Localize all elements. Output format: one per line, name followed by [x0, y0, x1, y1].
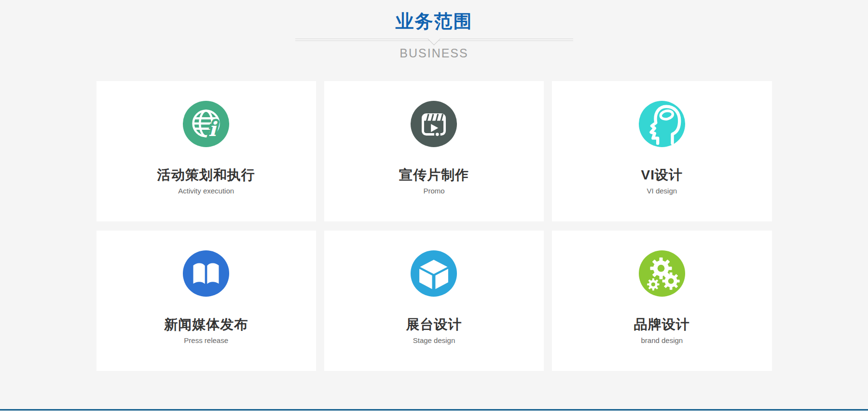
business-section: 业务范围 BUSINESS i 活动策划和执行 Activity	[0, 0, 868, 411]
footer-accent-line	[0, 409, 868, 411]
card-title: 新闻媒体发布	[96, 317, 316, 332]
page-subtitle: BUSINESS	[0, 47, 868, 59]
card-subtitle: Promo	[324, 187, 544, 195]
card-brand-design[interactable]: 品牌设计 brand design	[552, 231, 772, 371]
title-divider	[295, 39, 573, 41]
page-title: 业务范围	[0, 11, 868, 32]
card-title: 活动策划和执行	[96, 168, 316, 182]
open-book-icon	[182, 250, 230, 297]
section-header: 业务范围 BUSINESS	[0, 0, 868, 59]
card-promo[interactable]: 宣传片制作 Promo	[324, 81, 544, 221]
gears-icon	[638, 250, 686, 297]
card-title: VI设计	[552, 168, 772, 182]
card-subtitle: VI design	[552, 187, 772, 195]
business-cards-grid: i 活动策划和执行 Activity execution	[96, 81, 772, 371]
card-subtitle: brand design	[552, 337, 772, 344]
clapperboard-play-icon	[410, 100, 457, 148]
globe-info-icon: i	[182, 100, 230, 148]
card-title: 展台设计	[324, 317, 544, 332]
head-profile-icon	[638, 100, 686, 148]
card-activity-execution[interactable]: i 活动策划和执行 Activity execution	[96, 81, 316, 221]
chevron-down-icon	[427, 32, 441, 45]
card-title: 宣传片制作	[324, 168, 544, 182]
card-subtitle: Stage design	[324, 337, 544, 344]
cube-icon	[410, 250, 457, 297]
card-stage-design[interactable]: 展台设计 Stage design	[324, 231, 544, 371]
card-press-release[interactable]: 新闻媒体发布 Press release	[96, 231, 316, 371]
card-subtitle: Activity execution	[96, 187, 316, 195]
card-subtitle: Press release	[96, 337, 316, 344]
card-title: 品牌设计	[552, 317, 772, 332]
card-vi-design[interactable]: VI设计 VI design	[552, 81, 772, 221]
